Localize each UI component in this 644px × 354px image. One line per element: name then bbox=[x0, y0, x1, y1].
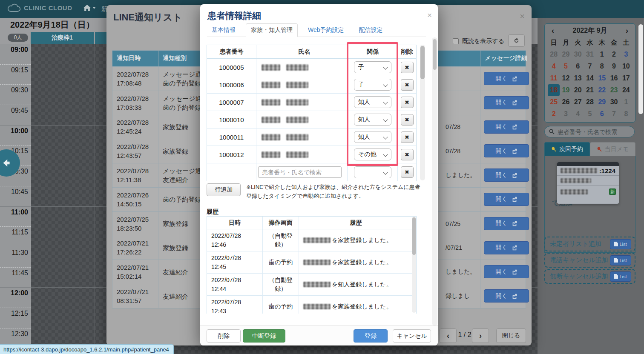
calendar-day[interactable]: 8 bbox=[620, 108, 632, 120]
calendar-day[interactable]: 28 bbox=[584, 96, 596, 108]
calendar-day[interactable]: 3 bbox=[560, 108, 572, 120]
open-message-button[interactable]: 開く bbox=[484, 72, 529, 85]
calendar-day[interactable]: 6 bbox=[596, 108, 608, 120]
list-button[interactable]: List bbox=[610, 255, 631, 266]
relation-select[interactable]: 知人 bbox=[354, 96, 391, 108]
quick-add-box[interactable]: 未定者リスト追加List bbox=[544, 237, 635, 251]
calendar-day[interactable]: 1 bbox=[596, 49, 608, 60]
calendar-day[interactable]: 18 bbox=[548, 84, 560, 96]
open-message-button[interactable]: 開く bbox=[484, 217, 529, 230]
open-message-button[interactable]: 開く bbox=[484, 265, 529, 278]
open-message-button[interactable]: 開く bbox=[484, 120, 529, 134]
home-menu[interactable] bbox=[83, 5, 96, 11]
calendar-day[interactable]: 5 bbox=[560, 60, 572, 72]
delete-row-button[interactable]: ✖ bbox=[401, 166, 414, 178]
family-table-scroll-thumb[interactable] bbox=[420, 46, 425, 79]
close-icon[interactable]: × bbox=[427, 11, 432, 20]
page-next-button[interactable]: › bbox=[472, 328, 489, 343]
list-button[interactable]: List bbox=[610, 271, 631, 282]
calendar-day[interactable]: 12 bbox=[560, 72, 572, 84]
calendar-day[interactable]: 2 bbox=[548, 108, 560, 120]
relation-select[interactable]: 知人 bbox=[354, 131, 391, 143]
calendar-day[interactable]: 31 bbox=[584, 49, 596, 60]
calendar-day[interactable]: 19 bbox=[560, 84, 572, 96]
calendar-day[interactable]: 15 bbox=[596, 72, 608, 84]
calendar-day[interactable]: 24 bbox=[620, 84, 632, 96]
relation-select[interactable]: 知人 bbox=[354, 114, 391, 126]
patient-tab-Web予約設定[interactable]: Web予約設定 bbox=[303, 24, 349, 37]
appointment-card[interactable]: :1224 新 bbox=[557, 162, 619, 204]
calendar-day[interactable]: 13 bbox=[572, 72, 584, 84]
history-scroll-thumb[interactable] bbox=[412, 217, 416, 255]
calendar-day[interactable]: 7 bbox=[584, 60, 596, 72]
calendar-day[interactable]: 14 bbox=[584, 72, 596, 84]
family-search-input[interactable] bbox=[258, 166, 342, 178]
tab-today-memo[interactable]: 当日メモ bbox=[590, 142, 635, 156]
suspend-register-button[interactable]: 中断登録 bbox=[243, 329, 285, 343]
calendar-day[interactable]: 26 bbox=[560, 96, 572, 108]
quick-add-box[interactable]: 電話キャンセル追加List bbox=[544, 253, 635, 268]
calendar-day[interactable]: 4 bbox=[572, 108, 584, 120]
delete-row-button[interactable]: ✖ bbox=[401, 62, 414, 73]
register-button[interactable]: 登録 bbox=[354, 329, 388, 343]
calendar-day[interactable]: 22 bbox=[596, 84, 608, 96]
delete-row-button[interactable]: ✖ bbox=[401, 97, 414, 108]
patient-tab-配信設定[interactable]: 配信設定 bbox=[354, 24, 388, 37]
calendar-day[interactable]: 28 bbox=[548, 49, 560, 60]
calendar-day[interactable]: 29 bbox=[596, 96, 608, 108]
patient-search-input[interactable] bbox=[558, 128, 630, 135]
calendar-day[interactable]: 30 bbox=[572, 49, 584, 60]
close-icon[interactable]: × bbox=[520, 11, 525, 21]
patient-tab-基本情報[interactable]: 基本情報 bbox=[207, 24, 240, 37]
relation-select[interactable]: 子 bbox=[354, 79, 391, 91]
checkbox-icon[interactable] bbox=[453, 38, 459, 44]
modal-scrollbar[interactable] bbox=[432, 37, 437, 325]
patient-search[interactable] bbox=[544, 126, 635, 137]
page-scrollbar[interactable] bbox=[638, 24, 643, 114]
open-message-button[interactable]: 開く bbox=[484, 168, 529, 182]
delete-row-button[interactable]: ✖ bbox=[401, 79, 414, 91]
open-message-button[interactable]: 開く bbox=[484, 96, 529, 109]
calendar-day[interactable]: 7 bbox=[608, 108, 620, 120]
calendar-day[interactable]: 21 bbox=[584, 84, 596, 96]
calendar-day[interactable]: 23 bbox=[608, 84, 620, 96]
relation-select[interactable]: その他 bbox=[354, 148, 391, 160]
calendar-day[interactable]: 20 bbox=[572, 84, 584, 96]
add-row-button[interactable]: 行追加 bbox=[207, 183, 241, 196]
calendar-day[interactable]: 2 bbox=[608, 49, 620, 60]
tab-next-reservation[interactable]: 次回予約 bbox=[544, 142, 590, 156]
calendar-day[interactable]: 8 bbox=[596, 60, 608, 72]
calendar-day[interactable]: 11 bbox=[548, 72, 560, 84]
calendar-prev-button[interactable]: ‹ bbox=[552, 26, 554, 35]
calendar-day[interactable]: 6 bbox=[572, 60, 584, 72]
calendar-day[interactable]: 4 bbox=[548, 60, 560, 72]
calendar-day[interactable]: 1 bbox=[620, 96, 632, 108]
delete-button[interactable]: 削除 bbox=[207, 329, 241, 343]
calendar-day[interactable]: 5 bbox=[584, 108, 596, 120]
page-prev-button[interactable]: ‹ bbox=[440, 328, 457, 343]
calendar-day[interactable]: 9 bbox=[608, 60, 620, 72]
open-message-button[interactable]: 開く bbox=[484, 193, 529, 206]
calendar-next-button[interactable]: › bbox=[626, 26, 628, 35]
refresh-button[interactable] bbox=[508, 34, 525, 47]
open-message-button[interactable]: 開く bbox=[484, 241, 529, 254]
calendar-day[interactable]: 16 bbox=[608, 72, 620, 84]
open-message-button[interactable]: 開く bbox=[484, 144, 529, 157]
calendar-day[interactable]: 27 bbox=[572, 96, 584, 108]
relation-select[interactable] bbox=[354, 166, 391, 178]
delete-row-button[interactable]: ✖ bbox=[401, 149, 414, 160]
close-list-button[interactable]: 閉じる bbox=[496, 328, 526, 343]
patient-tab-家族・知人管理[interactable]: 家族・知人管理 bbox=[246, 23, 298, 37]
delete-row-button[interactable]: ✖ bbox=[401, 131, 414, 143]
cancel-button[interactable]: キャンセル bbox=[393, 329, 431, 343]
modal-scroll-thumb[interactable] bbox=[433, 39, 437, 70]
relation-select[interactable]: 子 bbox=[354, 61, 391, 73]
list-button[interactable]: List bbox=[610, 239, 631, 249]
show-read-checkbox[interactable]: 既読を表示する bbox=[453, 37, 504, 45]
brand-logo[interactable]: CLINIC CLOUD bbox=[7, 3, 72, 12]
calendar-day[interactable]: 25 bbox=[548, 96, 560, 108]
calendar-day[interactable]: 30 bbox=[608, 96, 620, 108]
calendar-day[interactable]: 3 bbox=[620, 49, 632, 60]
quick-add-box[interactable]: 無断キャンセル追加List bbox=[544, 269, 635, 284]
calendar-day[interactable]: 10 bbox=[620, 60, 632, 72]
